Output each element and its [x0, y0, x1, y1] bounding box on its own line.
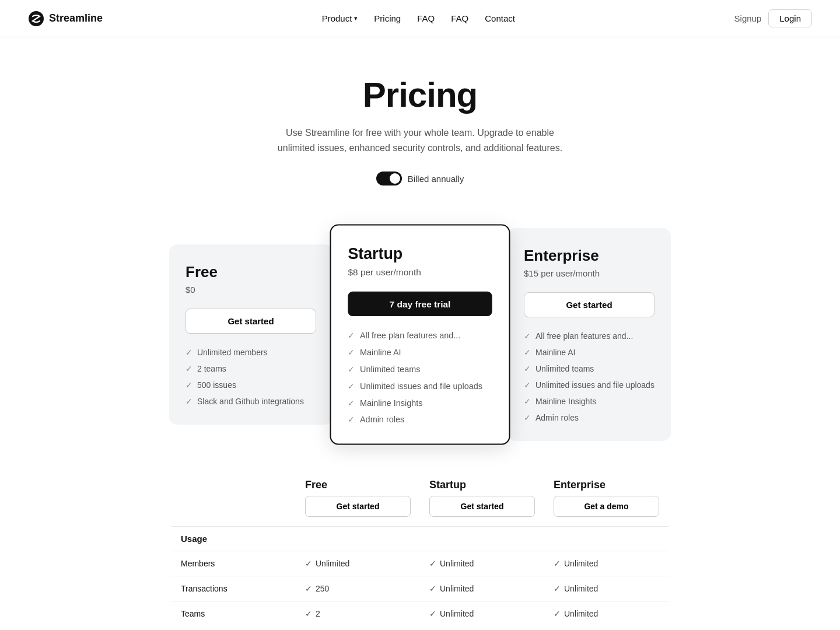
check-icon: ✓	[524, 348, 531, 357]
toggle-slider	[376, 172, 402, 186]
brand-name: Streamline	[49, 12, 103, 24]
plan-btn-startup[interactable]: 7 day free trial	[348, 292, 492, 316]
list-item: ✓Mainline AI	[348, 348, 492, 357]
nav-pricing[interactable]: Pricing	[374, 13, 401, 23]
check-icon: ✓	[348, 382, 355, 391]
pricing-cards: Free $0 Get started ✓Unlimited members ✓…	[0, 209, 840, 470]
check-icon: ✓	[305, 584, 312, 593]
plan-name-startup: Startup	[348, 245, 492, 264]
check-icon: ✓	[524, 364, 531, 373]
check-icon: ✓	[348, 415, 355, 424]
comp-col-empty	[172, 470, 296, 526]
list-item: ✓Slack and Github integrations	[186, 397, 316, 406]
comparison-header: Free Get started Startup Get started Ent…	[172, 470, 668, 526]
plan-btn-enterprise[interactable]: Get started	[524, 292, 654, 317]
list-item: ✓Mainline AI	[524, 348, 654, 357]
list-item: ✓Mainline Insights	[524, 397, 654, 406]
usage-section-header: Usage	[172, 526, 668, 551]
nav-actions: Signup Login	[734, 9, 812, 27]
page-title: Pricing	[14, 75, 826, 115]
row-free-teams: ✓2	[296, 601, 420, 626]
row-free-transactions: ✓250	[296, 576, 420, 601]
comp-col-free: Free Get started	[296, 470, 420, 526]
comp-btn-free[interactable]: Get started	[305, 496, 411, 517]
row-label-transactions: Transactions	[172, 576, 296, 601]
navbar: Streamline Product Pricing FAQ FAQ Conta…	[0, 0, 840, 37]
row-startup-teams: ✓Unlimited	[420, 601, 544, 626]
billing-toggle-row: Billed annually	[14, 172, 826, 186]
plan-card-startup: Startup $8 per user/month 7 day free tri…	[330, 225, 510, 445]
check-icon: ✓	[186, 397, 192, 406]
row-label-teams: Teams	[172, 601, 296, 626]
row-free-members: ✓Unlimited	[296, 551, 420, 576]
list-item: ✓Mainline Insights	[348, 398, 492, 407]
plan-features-free: ✓Unlimited members ✓2 teams ✓500 issues …	[186, 348, 316, 406]
check-icon: ✓	[524, 413, 531, 422]
check-icon: ✓	[524, 380, 531, 390]
check-icon: ✓	[554, 559, 561, 568]
list-item: ✓Unlimited issues and file uploads	[524, 380, 654, 390]
row-enterprise-members: ✓Unlimited	[544, 551, 668, 576]
check-icon: ✓	[429, 559, 436, 568]
check-icon: ✓	[429, 609, 436, 618]
list-item: ✓Unlimited issues and file uploads	[348, 382, 492, 391]
check-icon: ✓	[348, 331, 355, 340]
check-icon: ✓	[186, 364, 192, 373]
list-item: ✓Unlimited teams	[348, 365, 492, 374]
check-icon: ✓	[554, 609, 561, 618]
row-startup-transactions: ✓Unlimited	[420, 576, 544, 601]
nav-faq2[interactable]: FAQ	[451, 13, 468, 23]
row-enterprise-teams: ✓Unlimited	[544, 601, 668, 626]
table-row: Transactions ✓250 ✓Unlimited ✓Unlimited	[172, 576, 668, 601]
plan-card-free: Free $0 Get started ✓Unlimited members ✓…	[169, 244, 332, 425]
plan-name-enterprise: Enterprise	[524, 247, 654, 265]
plan-card-enterprise: Enterprise $15 per user/month Get starte…	[508, 228, 671, 441]
table-row: Teams ✓2 ✓Unlimited ✓Unlimited	[172, 601, 668, 626]
plan-btn-free[interactable]: Get started	[186, 309, 316, 334]
list-item: ✓Unlimited members	[186, 348, 316, 357]
signup-button[interactable]: Signup	[734, 13, 762, 23]
row-startup-members: ✓Unlimited	[420, 551, 544, 576]
plan-price-free: $0	[186, 285, 316, 295]
logo[interactable]: Streamline	[28, 10, 103, 27]
check-icon: ✓	[348, 365, 355, 374]
list-item: ✓2 teams	[186, 364, 316, 373]
plan-name-free: Free	[186, 263, 316, 281]
check-icon: ✓	[305, 609, 312, 618]
plan-features-enterprise: ✓All free plan features and... ✓Mainline…	[524, 331, 654, 422]
list-item: ✓Unlimited teams	[524, 364, 654, 373]
plan-price-enterprise: $15 per user/month	[524, 268, 654, 278]
check-icon: ✓	[554, 584, 561, 593]
list-item: ✓Admin roles	[524, 413, 654, 422]
logo-icon	[28, 10, 44, 27]
hero-section: Pricing Use Streamline for free with you…	[0, 37, 840, 209]
check-icon: ✓	[429, 584, 436, 593]
check-icon: ✓	[186, 348, 192, 357]
list-item: ✓Admin roles	[348, 415, 492, 424]
plan-price-startup: $8 per user/month	[348, 267, 492, 278]
comp-col-enterprise: Enterprise Get a demo	[544, 470, 668, 526]
comp-btn-enterprise[interactable]: Get a demo	[554, 496, 659, 517]
billing-toggle[interactable]	[376, 172, 402, 186]
row-enterprise-transactions: ✓Unlimited	[544, 576, 668, 601]
comp-col-startup: Startup Get started	[420, 470, 544, 526]
nav-contact[interactable]: Contact	[485, 13, 515, 23]
check-icon: ✓	[305, 559, 312, 568]
check-icon: ✓	[348, 348, 355, 357]
check-icon: ✓	[524, 397, 531, 406]
row-label-members: Members	[172, 551, 296, 576]
login-button[interactable]: Login	[768, 9, 812, 27]
comparison-table: Free Get started Startup Get started Ent…	[158, 470, 682, 630]
list-item: ✓All free plan features and...	[524, 331, 654, 341]
check-icon: ✓	[524, 331, 531, 341]
check-icon: ✓	[348, 398, 355, 407]
check-icon: ✓	[186, 380, 192, 390]
nav-product[interactable]: Product	[322, 13, 358, 23]
hero-subtitle: Use Streamline for free with your whole …	[268, 125, 572, 155]
comp-btn-startup[interactable]: Get started	[429, 496, 535, 517]
nav-links: Product Pricing FAQ FAQ Contact	[322, 13, 515, 23]
plan-features-startup: ✓All free plan features and... ✓Mainline…	[348, 331, 492, 425]
table-row: Members ✓Unlimited ✓Unlimited ✓Unlimited	[172, 551, 668, 576]
list-item: ✓500 issues	[186, 380, 316, 390]
nav-faq1[interactable]: FAQ	[417, 13, 435, 23]
